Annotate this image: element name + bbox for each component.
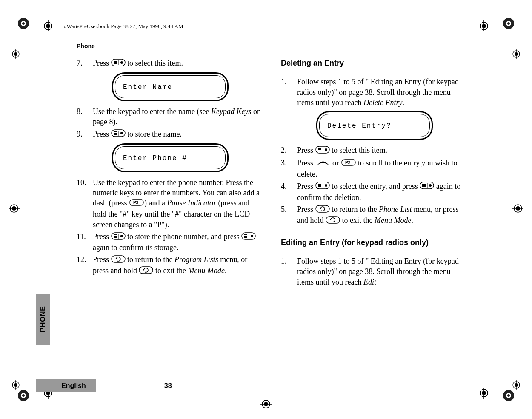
crosshair-mark-icon bbox=[260, 399, 272, 410]
running-header: Phone bbox=[77, 43, 489, 49]
lcd-display: Enter Name bbox=[77, 72, 264, 101]
text: Press bbox=[297, 182, 315, 191]
menu-select-button-icon bbox=[315, 146, 330, 156]
svg-point-82 bbox=[251, 235, 253, 237]
menu-select-button-icon bbox=[420, 182, 434, 192]
text: Follow steps 1 to 5 of " Editing an Entr… bbox=[297, 257, 459, 286]
sidebar-tab-label: PHONE bbox=[39, 306, 47, 332]
svg-rect-85 bbox=[316, 146, 329, 153]
svg-rect-101 bbox=[422, 186, 426, 187]
svg-rect-67 bbox=[114, 134, 117, 135]
svg-rect-77 bbox=[242, 233, 255, 239]
svg-rect-66 bbox=[114, 133, 117, 134]
text: Press bbox=[93, 59, 111, 67]
text-italic: Program Lists bbox=[174, 255, 218, 264]
lcd-display: Delete Entry? bbox=[281, 111, 468, 140]
menu-select-button-icon bbox=[315, 182, 330, 192]
text: to store the name. bbox=[126, 130, 182, 138]
text: again to confirm its storage. bbox=[93, 243, 178, 252]
svg-rect-99 bbox=[422, 184, 426, 185]
delete-step-2: 2. Press to select this item. bbox=[281, 145, 468, 156]
text: to exit the bbox=[153, 266, 188, 275]
text-italic: Pause Indicator bbox=[167, 199, 216, 207]
crosshair-mark-icon bbox=[512, 203, 523, 214]
back-button-icon bbox=[326, 216, 340, 226]
registration-mark-icon bbox=[17, 389, 30, 402]
svg-rect-74 bbox=[114, 237, 117, 238]
registration-mark-icon bbox=[17, 17, 30, 30]
svg-rect-78 bbox=[244, 234, 247, 235]
text: Press bbox=[297, 146, 315, 154]
text: Press bbox=[93, 130, 111, 138]
delete-step-1: 1. Follow steps 1 to 5 of " Editing an E… bbox=[281, 77, 468, 108]
text: . bbox=[225, 266, 227, 275]
back-button-icon bbox=[315, 205, 330, 215]
back-button-icon bbox=[139, 266, 153, 276]
step-7: 7. Press to select this item. bbox=[77, 58, 264, 69]
svg-rect-59 bbox=[114, 61, 117, 62]
menu-select-button-icon bbox=[111, 232, 126, 242]
step-8: 8. Use the keypad to enter the name (see… bbox=[77, 106, 264, 127]
svg-rect-72 bbox=[114, 234, 117, 235]
text: . bbox=[411, 216, 413, 225]
svg-text:P2: P2 bbox=[345, 160, 351, 165]
edit-step-1: 1. Follow steps 1 to 5 of " Editing an E… bbox=[281, 256, 468, 287]
p3-button-icon: P3 bbox=[129, 199, 144, 209]
text-italic: Menu Mode bbox=[188, 266, 224, 275]
text-italic: Edit bbox=[363, 278, 376, 286]
svg-rect-94 bbox=[318, 185, 321, 186]
text: to select this item. bbox=[330, 146, 387, 154]
delete-step-5: 5. Press to return to the Phone List men… bbox=[281, 204, 468, 226]
text: Press bbox=[93, 255, 111, 264]
svg-point-11 bbox=[507, 394, 510, 397]
svg-point-15 bbox=[12, 206, 16, 211]
p2-button-icon: P2 bbox=[341, 159, 356, 169]
menu-select-button-icon bbox=[111, 59, 126, 69]
right-column: Deleting an Entry 1. Follow steps 1 to 5… bbox=[281, 58, 468, 289]
text-italic: Delete Entry bbox=[363, 98, 402, 107]
crosshair-mark-icon bbox=[9, 203, 20, 214]
svg-point-2 bbox=[22, 22, 25, 25]
svg-rect-65 bbox=[114, 131, 117, 132]
svg-point-76 bbox=[120, 235, 123, 237]
svg-point-43 bbox=[14, 52, 17, 56]
svg-point-5 bbox=[507, 22, 510, 25]
lcd-text: Enter Phone # bbox=[115, 146, 226, 169]
section-heading-deleting: Deleting an Entry bbox=[281, 58, 468, 68]
text-italic: Keypad Keys bbox=[211, 107, 251, 116]
text: Press bbox=[297, 159, 315, 167]
delete-step-3: 3. Press or P2 to scroll to the entry yo… bbox=[281, 158, 468, 179]
svg-point-19 bbox=[516, 206, 520, 211]
svg-point-90 bbox=[325, 148, 327, 151]
svg-point-8 bbox=[22, 394, 25, 397]
svg-point-103 bbox=[429, 184, 432, 187]
svg-rect-79 bbox=[244, 236, 247, 237]
svg-rect-86 bbox=[318, 148, 321, 149]
step-12: 12. Press to return to the Program Lists… bbox=[77, 254, 264, 276]
section-heading-editing: Editing an Entry (for keypad radios only… bbox=[281, 237, 468, 248]
footer-language: English bbox=[36, 379, 96, 392]
svg-rect-80 bbox=[244, 237, 247, 238]
menu-select-button-icon bbox=[241, 232, 256, 242]
text: Use the keypad to enter the name (see bbox=[93, 107, 211, 116]
text: to return to the bbox=[330, 205, 379, 214]
svg-rect-95 bbox=[318, 186, 321, 187]
crosshair-mark-icon bbox=[512, 49, 521, 59]
text: to select the entry, and press bbox=[330, 182, 420, 191]
print-meta-text: #WarisPreUser.book Page 38 27, May 1998,… bbox=[64, 23, 183, 30]
svg-rect-100 bbox=[422, 185, 426, 186]
step-11: 11. Press to store the phone number, and… bbox=[77, 231, 264, 253]
crosshair-mark-icon bbox=[11, 380, 20, 390]
registration-mark-icon bbox=[502, 389, 515, 402]
svg-rect-88 bbox=[318, 151, 321, 151]
svg-point-23 bbox=[264, 402, 268, 406]
text: to select this item. bbox=[126, 59, 183, 67]
text-italic: Phone List bbox=[379, 205, 412, 214]
text: to return to the bbox=[126, 255, 174, 264]
svg-rect-61 bbox=[114, 63, 117, 64]
svg-point-69 bbox=[120, 132, 123, 134]
svg-rect-92 bbox=[316, 182, 329, 189]
svg-rect-60 bbox=[114, 62, 117, 63]
crosshair-mark-icon bbox=[11, 49, 20, 59]
text: to store the phone number, and press bbox=[126, 232, 242, 241]
